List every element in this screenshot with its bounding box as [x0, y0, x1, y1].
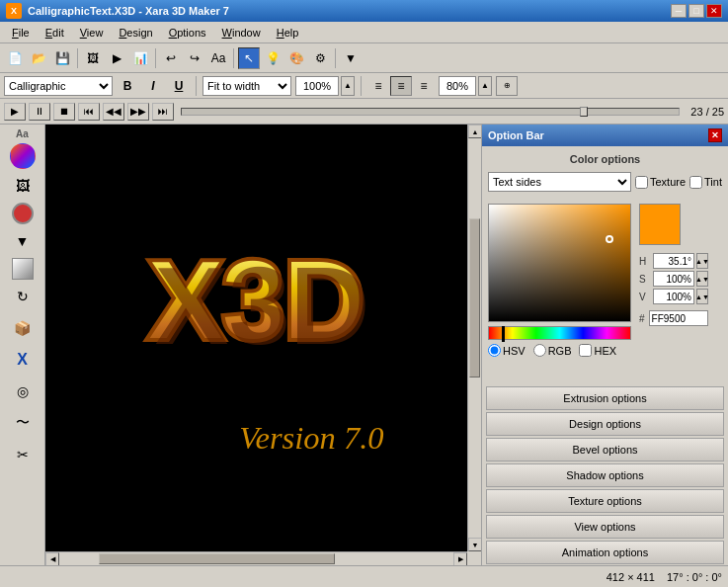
next-button[interactable]: ▶▶: [127, 103, 149, 121]
redo-button[interactable]: ↪: [184, 47, 205, 69]
hue-bar[interactable]: [488, 326, 631, 340]
gradient-tool-button[interactable]: [12, 258, 34, 280]
tint-checkbox-label: Tint: [689, 176, 722, 189]
scroll-thumb-h[interactable]: [99, 553, 335, 564]
font-selector[interactable]: Calligraphic: [4, 76, 113, 96]
menu-bar: File Edit View Design Options Window Hel…: [0, 22, 728, 43]
playback-slider[interactable]: [181, 108, 680, 116]
zoom-up-button[interactable]: ▲: [341, 76, 355, 96]
export-button[interactable]: 🖼: [82, 47, 104, 69]
texture-checkbox[interactable]: [635, 176, 648, 189]
menu-view[interactable]: View: [72, 25, 112, 41]
align-left-button[interactable]: ≡: [367, 76, 389, 96]
zoom2-up-button[interactable]: ▲: [478, 76, 492, 96]
fit-to-selector[interactable]: Fit to width Fit to height Fit to page: [202, 76, 291, 96]
prev-end-button[interactable]: ⏮: [78, 103, 100, 121]
zoom2-input[interactable]: [439, 76, 476, 96]
scroll-up-button[interactable]: ▲: [468, 125, 481, 138]
menu-window[interactable]: Window: [214, 25, 269, 41]
texture-options-button[interactable]: Texture options: [486, 489, 724, 513]
arrow-down-button[interactable]: ▼: [8, 226, 38, 256]
color-picker-dot[interactable]: [606, 235, 613, 243]
scroll-track-h[interactable]: [59, 552, 453, 565]
hex-input[interactable]: [649, 310, 708, 326]
right-panel-close-button[interactable]: ✕: [708, 128, 722, 142]
menu-file[interactable]: File: [4, 25, 38, 41]
texture-tool-button[interactable]: 🖼: [8, 171, 38, 201]
circle-tool-button[interactable]: [12, 203, 34, 224]
settings-button[interactable]: ⚙: [309, 47, 331, 69]
close-button[interactable]: ✕: [706, 4, 722, 18]
scroll-right-button[interactable]: ▶: [453, 552, 467, 565]
export3-button[interactable]: 📊: [129, 47, 151, 69]
light-button[interactable]: 💡: [262, 47, 283, 69]
ring-tool-button[interactable]: ◎: [8, 377, 38, 406]
wave-tool-button[interactable]: 〜: [8, 408, 38, 438]
canvas-dimensions: 412 × 411: [607, 571, 655, 583]
s-spin-button[interactable]: ▲▼: [696, 271, 708, 287]
canvas-area[interactable]: X3D X3D X3D Version 7.0: [45, 125, 467, 551]
underline-button[interactable]: U: [168, 76, 190, 96]
rotate-tool-button[interactable]: ↻: [8, 282, 38, 311]
color-preview-swatch[interactable]: [639, 204, 681, 245]
svg-text:X3D: X3D: [155, 244, 370, 368]
menu-edit[interactable]: Edit: [38, 25, 72, 41]
color-section: Color options Text sides Text front Extr…: [482, 146, 728, 200]
scroll-down-button[interactable]: ▼: [468, 538, 481, 551]
bold-button[interactable]: B: [117, 76, 138, 96]
scroll-left-button[interactable]: ◀: [45, 552, 59, 565]
zoom-input[interactable]: [295, 76, 339, 96]
status-bar: 412 × 411 17° : 0° : 0°: [0, 565, 728, 587]
x-tool-button[interactable]: X: [8, 345, 38, 375]
canvas-scrollbar-h[interactable]: ◀ ▶: [45, 551, 467, 565]
undo-button[interactable]: ↩: [160, 47, 182, 69]
animation-options-button[interactable]: Animation options: [486, 541, 724, 564]
prev-button[interactable]: ◀◀: [103, 103, 124, 121]
color-target-selector[interactable]: Text sides Text front Extrusion: [488, 172, 631, 192]
bevel-options-button[interactable]: Bevel options: [486, 438, 724, 461]
new-button[interactable]: 📄: [4, 47, 26, 69]
minimize-button[interactable]: ─: [671, 4, 687, 18]
hsv-radio[interactable]: [488, 344, 501, 357]
more-button[interactable]: ▼: [340, 47, 362, 69]
align-group: ≡ ≡ ≡: [367, 76, 435, 96]
menu-help[interactable]: Help: [269, 25, 307, 41]
v-spin-button[interactable]: ▲▼: [696, 289, 708, 304]
extrusion-options-button[interactable]: Extrusion options: [486, 386, 724, 410]
rgb-radio[interactable]: [533, 344, 546, 357]
h-spin-button[interactable]: ▲▼: [696, 253, 708, 269]
scroll-thumb-v[interactable]: [469, 218, 480, 378]
text-button[interactable]: Aa: [207, 47, 229, 69]
export2-button[interactable]: ▶: [106, 47, 127, 69]
color-tool-button[interactable]: [10, 143, 36, 169]
pause-button[interactable]: ⏸: [29, 103, 50, 121]
menu-design[interactable]: Design: [111, 25, 160, 41]
scissors-tool-button[interactable]: ✂: [8, 440, 38, 469]
extra-spin-button[interactable]: ⊕: [496, 76, 518, 96]
play-button[interactable]: ▶: [4, 103, 26, 121]
extrude-tool-button[interactable]: 📦: [8, 313, 38, 343]
canvas-scrollbar-v[interactable]: ▲ ▼: [467, 125, 481, 551]
s-value-input[interactable]: [653, 271, 694, 287]
menu-options[interactable]: Options: [161, 25, 214, 41]
h-value-input[interactable]: [653, 253, 694, 269]
next-end-button[interactable]: ⏭: [152, 103, 174, 121]
stop-button[interactable]: ⏹: [53, 103, 75, 121]
shadow-options-button[interactable]: Shadow options: [486, 463, 724, 487]
view-options-button[interactable]: View options: [486, 515, 724, 539]
maximize-button[interactable]: □: [688, 4, 704, 18]
playback-thumb[interactable]: [580, 107, 588, 117]
scroll-track-v[interactable]: [468, 138, 481, 538]
align-center-button[interactable]: ≡: [390, 76, 412, 96]
cursor-button[interactable]: ↖: [238, 47, 260, 69]
hex-checkbox[interactable]: [579, 344, 592, 357]
v-value-input[interactable]: [653, 289, 694, 304]
italic-button[interactable]: I: [142, 76, 164, 96]
color-gradient-box[interactable]: [488, 204, 631, 322]
align-right-button[interactable]: ≡: [413, 76, 435, 96]
save-button[interactable]: 💾: [51, 47, 73, 69]
open-button[interactable]: 📂: [28, 47, 49, 69]
tint-checkbox[interactable]: [689, 176, 702, 189]
design-options-button[interactable]: Design options: [486, 412, 724, 436]
color-button[interactable]: 🎨: [285, 47, 307, 69]
